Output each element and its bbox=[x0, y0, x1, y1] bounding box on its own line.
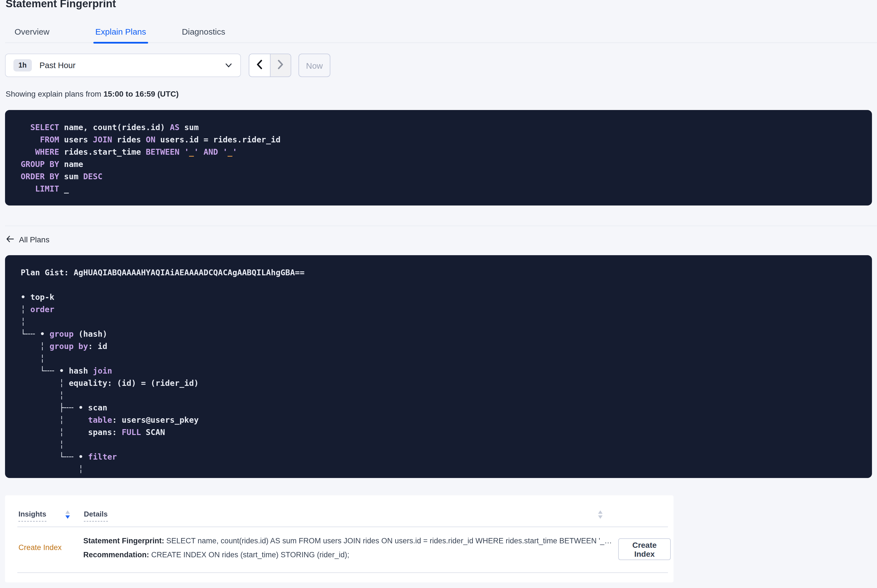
plan-gist-label: Plan Gist: bbox=[21, 268, 74, 277]
sort-icons-insights[interactable] bbox=[65, 510, 70, 519]
tab-diagnostics[interactable]: Diagnostics bbox=[181, 25, 226, 42]
tab-overview[interactable]: Overview bbox=[14, 25, 51, 42]
time-range-badge: 1h bbox=[14, 59, 32, 72]
details-fingerprint-label: Statement Fingerprint: bbox=[83, 537, 164, 545]
sort-desc-icon bbox=[598, 515, 603, 519]
all-plans-link[interactable]: All Plans bbox=[6, 235, 50, 244]
time-picker-bar: 1h Past Hour Now bbox=[5, 54, 330, 77]
chevron-down-icon bbox=[225, 63, 232, 68]
details-recommendation-text: CREATE INDEX ON rides (start_time) STORI… bbox=[149, 550, 349, 559]
chevron-left-icon bbox=[257, 60, 263, 71]
sort-icons-right[interactable] bbox=[598, 510, 603, 519]
time-step-buttons bbox=[249, 54, 291, 77]
page-title: Statement Fingerprint bbox=[6, 0, 116, 10]
sort-asc-icon bbox=[598, 510, 603, 514]
details-recommendation-line: Recommendation: CREATE INDEX ON rides (s… bbox=[83, 550, 611, 560]
column-header-details[interactable]: Details bbox=[84, 510, 108, 522]
all-plans-label: All Plans bbox=[19, 235, 50, 244]
table-row-divider bbox=[17, 572, 668, 573]
previous-interval-button[interactable] bbox=[249, 54, 270, 76]
sql-statement-card: SELECT name, count(rides.id) AS sum FROM… bbox=[5, 110, 872, 206]
insight-details-cell: Statement Fingerprint: SELECT name, coun… bbox=[83, 536, 611, 560]
tab-bar: Overview Explain Plans Diagnostics bbox=[5, 25, 877, 43]
time-range-label: Past Hour bbox=[39, 61, 75, 70]
create-index-button[interactable]: Create Index bbox=[618, 538, 671, 560]
showing-range-text: Showing explain plans from 15:00 to 16:5… bbox=[6, 89, 179, 98]
table-header-divider bbox=[17, 526, 668, 527]
insight-type-link[interactable]: Create Index bbox=[18, 543, 62, 552]
details-fingerprint-text: SELECT name, count(rides.id) AS sum FROM… bbox=[164, 537, 611, 545]
tab-explain-plans[interactable]: Explain Plans bbox=[94, 25, 147, 42]
sort-asc-icon bbox=[65, 510, 70, 514]
showing-range-prefix: Showing explain plans from bbox=[6, 89, 104, 98]
sql-code: SELECT name, count(rides.id) AS sum FROM… bbox=[21, 121, 872, 195]
plan-gist-value: AgHUAQIABQAAAAHYAQIAiAEAAAADCQACAgAABQIL… bbox=[74, 268, 304, 277]
insights-table-card: Insights Details Create Index Statement … bbox=[5, 495, 674, 582]
details-recommendation-label: Recommendation: bbox=[83, 550, 149, 559]
sort-desc-icon bbox=[65, 515, 70, 519]
plan-gist-card: Plan Gist: AgHUAQIABQAAAAHYAQIAiAEAAAADC… bbox=[5, 255, 872, 478]
showing-range-value: 15:00 to 16:59 (UTC) bbox=[104, 89, 179, 98]
plan-gist-line: Plan Gist: AgHUAQIABQAAAAHYAQIAiAEAAAADC… bbox=[21, 266, 872, 279]
time-range-select[interactable]: 1h Past Hour bbox=[5, 54, 241, 77]
details-fingerprint-line: Statement Fingerprint: SELECT name, coun… bbox=[83, 536, 611, 546]
chevron-right-icon bbox=[278, 60, 284, 71]
statement-fingerprint-page: Statement Fingerprint Overview Explain P… bbox=[0, 0, 877, 588]
next-interval-button[interactable] bbox=[270, 54, 291, 76]
column-header-insights[interactable]: Insights bbox=[18, 510, 47, 522]
plan-tree: • top-k╎ order╎└╌╌ • group (hash) ╎ grou… bbox=[21, 291, 872, 475]
now-button[interactable]: Now bbox=[298, 54, 330, 77]
section-divider bbox=[5, 226, 877, 226]
back-arrow-icon bbox=[6, 235, 14, 244]
